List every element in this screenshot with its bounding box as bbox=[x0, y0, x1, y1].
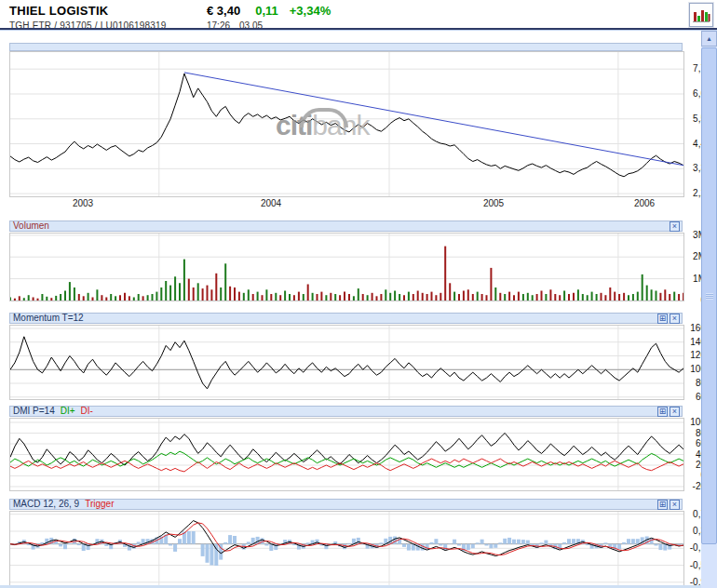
dmi-title: DMI P=14DI+DI- bbox=[13, 407, 93, 416]
volumen-panel-header: Volumen × bbox=[9, 220, 683, 232]
macd-title: MACD 12, 26, 9Trigger bbox=[13, 500, 114, 509]
close-icon[interactable]: × bbox=[670, 500, 680, 510]
year-label: 2003 bbox=[73, 198, 93, 208]
macd-title-text: MACD 12, 26, 9 bbox=[13, 499, 79, 509]
volumen-title: Volumen bbox=[13, 221, 49, 231]
price-panel-header bbox=[9, 43, 683, 51]
instrument-block: THIEL LOGISTIK TGH.ETR / 931705 / LU0106… bbox=[9, 4, 167, 31]
vertical-scrollbar[interactable]: ▲ bbox=[701, 31, 717, 588]
quote-header: THIEL LOGISTIK TGH.ETR / 931705 / LU0106… bbox=[0, 0, 717, 28]
bar-chart-icon bbox=[690, 7, 712, 25]
close-icon[interactable]: × bbox=[670, 407, 680, 417]
year-label: 2005 bbox=[483, 198, 504, 208]
year-label: 2006 bbox=[634, 198, 655, 208]
grid-icon[interactable]: ⊞ bbox=[657, 314, 668, 324]
close-icon[interactable]: × bbox=[670, 314, 680, 324]
volumen-buttons: × bbox=[670, 221, 680, 232]
change-absolute: 0,11 bbox=[255, 4, 278, 18]
change-percent: +3,34% bbox=[290, 4, 331, 18]
chart-type-button[interactable] bbox=[689, 3, 713, 27]
dmi-panel-header: DMI P=14DI+DI- ⊞× bbox=[9, 406, 683, 417]
dmi-title-text: DMI P=14 bbox=[13, 406, 55, 416]
last-price: € 3,40 bbox=[207, 4, 240, 18]
chart-window: THIEL LOGISTIK TGH.ETR / 931705 / LU0106… bbox=[0, 0, 717, 588]
volume-chart bbox=[9, 233, 684, 301]
dmi-chart bbox=[9, 418, 684, 491]
momentum-panel-header: Momentum T=12 ⊞× bbox=[9, 313, 683, 324]
macd-panel-header: MACD 12, 26, 9Trigger ⊞× bbox=[9, 499, 683, 510]
momentum-chart bbox=[9, 325, 684, 400]
macd-chart bbox=[9, 511, 684, 586]
grid-icon[interactable]: ⊞ bbox=[657, 500, 668, 510]
quote-block: € 3,400,11+3,34% 17:2603.05 bbox=[207, 4, 331, 31]
dmi-di-minus-legend: DI- bbox=[81, 406, 93, 416]
x-axis-year-labels: 2003200420052006 bbox=[9, 196, 683, 209]
momentum-buttons: ⊞× bbox=[657, 314, 680, 324]
macd-trigger-legend: Trigger bbox=[85, 499, 114, 509]
header-divider-highlight bbox=[0, 30, 717, 31]
price-row: € 3,400,11+3,34% bbox=[207, 4, 331, 18]
dmi-di-plus-legend: DI+ bbox=[61, 406, 75, 416]
scrollbar-thumb[interactable] bbox=[701, 47, 717, 544]
close-icon[interactable]: × bbox=[670, 221, 680, 232]
price-chart bbox=[9, 51, 684, 197]
momentum-title: Momentum T=12 bbox=[13, 314, 84, 323]
dmi-buttons: ⊞× bbox=[657, 407, 680, 417]
grid-icon[interactable]: ⊞ bbox=[657, 407, 668, 417]
macd-buttons: ⊞× bbox=[657, 500, 680, 510]
up-arrow-icon[interactable]: ▲ bbox=[701, 31, 717, 47]
year-label: 2004 bbox=[261, 198, 281, 208]
scrollbar-grip bbox=[706, 293, 713, 300]
instrument-name: THIEL LOGISTIK bbox=[9, 4, 167, 18]
